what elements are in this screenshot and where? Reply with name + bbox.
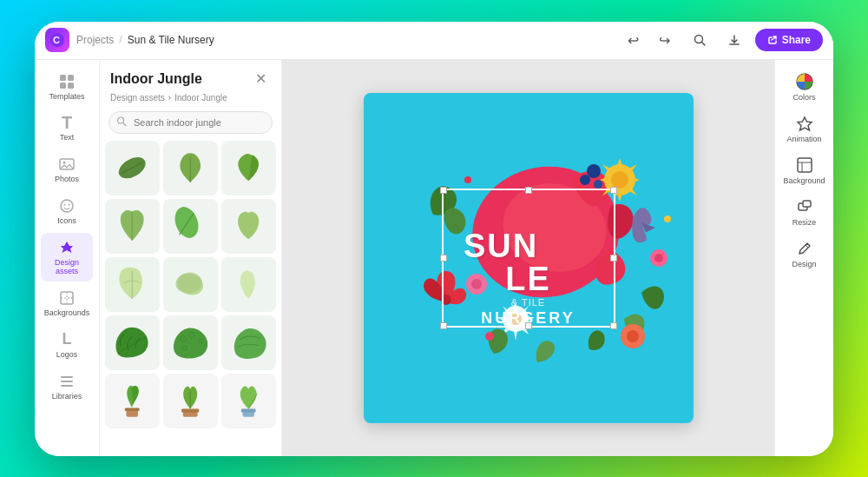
selection-handle-bm[interactable] — [525, 322, 532, 329]
svg-rect-7 — [68, 83, 74, 89]
resize-icon — [795, 197, 814, 216]
svg-point-56 — [464, 176, 471, 183]
design-assets-icon — [57, 238, 76, 257]
asset-item[interactable] — [163, 257, 218, 312]
redo-button[interactable]: ↪ — [651, 26, 679, 54]
share-button[interactable]: Share — [755, 29, 823, 51]
sidebar-item-text[interactable]: T Text — [41, 108, 93, 148]
templates-label: Templates — [49, 93, 84, 102]
asset-item[interactable] — [221, 141, 276, 195]
photos-label: Photos — [55, 176, 79, 184]
selection-handle-tr[interactable] — [610, 187, 617, 194]
sidebar-item-templates[interactable]: Templates — [41, 67, 93, 107]
panel-search-icon — [116, 116, 127, 129]
design-icon — [795, 239, 814, 258]
asset-item[interactable] — [163, 199, 218, 254]
panel-breadcrumb-current: Indoor Jungle — [174, 93, 227, 103]
panel-breadcrumb: Design assets › Indoor Jungle — [100, 93, 281, 108]
logos-icon: L — [57, 330, 76, 349]
svg-rect-5 — [68, 75, 74, 81]
sidebar-item-backgrounds[interactable]: Backgrounds — [41, 283, 93, 323]
svg-point-12 — [69, 204, 70, 206]
right-sidebar: Colors Animation Backg — [774, 60, 833, 456]
selection-handle-br[interactable] — [610, 322, 617, 329]
asset-item[interactable] — [105, 257, 160, 312]
svg-rect-34 — [125, 407, 140, 410]
svg-point-43 — [611, 171, 628, 189]
asset-item[interactable] — [163, 374, 218, 428]
svg-point-23 — [171, 204, 202, 242]
canvas-area: SUN LE & TILE NURSERY — [282, 60, 774, 456]
panel-close-button[interactable]: ✕ — [250, 69, 271, 89]
panel-search-input[interactable] — [108, 111, 273, 134]
svg-line-63 — [806, 245, 808, 248]
asset-item[interactable] — [105, 141, 160, 195]
text-icon: T — [57, 113, 76, 132]
panel-search — [108, 111, 273, 134]
asset-item[interactable] — [221, 257, 276, 312]
asset-item[interactable] — [105, 199, 160, 254]
svg-rect-36 — [181, 408, 199, 412]
templates-icon — [57, 72, 76, 91]
background-label: Background — [783, 176, 825, 185]
backgrounds-icon — [57, 288, 76, 308]
asset-item[interactable] — [221, 199, 276, 254]
svg-point-57 — [485, 332, 494, 341]
selection-box — [442, 189, 615, 328]
svg-point-51 — [587, 164, 601, 178]
svg-point-58 — [664, 215, 671, 222]
photos-icon — [57, 155, 76, 174]
svg-text:C: C — [53, 35, 60, 45]
svg-rect-13 — [61, 292, 73, 304]
search-button[interactable] — [686, 26, 713, 54]
asset-item[interactable] — [105, 374, 160, 428]
asset-item[interactable] — [163, 141, 218, 195]
text-label: Text — [60, 134, 75, 142]
svg-rect-39 — [241, 408, 256, 412]
selection-handle-tm[interactable] — [525, 187, 532, 194]
svg-rect-14 — [61, 376, 73, 378]
svg-point-11 — [64, 204, 66, 206]
libraries-icon — [57, 372, 76, 391]
svg-rect-15 — [61, 381, 73, 382]
icons-label: Icons — [57, 217, 76, 226]
sidebar-item-design-assets[interactable]: Design assets — [41, 233, 93, 282]
selection-handle-tl[interactable] — [440, 187, 447, 194]
selection-handle-lm[interactable] — [440, 255, 447, 262]
asset-item[interactable] — [163, 315, 218, 370]
svg-line-3 — [701, 43, 705, 46]
svg-rect-6 — [60, 83, 66, 89]
undo-button[interactable]: ↩ — [620, 26, 648, 54]
svg-point-52 — [580, 175, 590, 185]
right-sidebar-item-colors[interactable]: Colors — [779, 67, 830, 107]
sidebar-item-icons[interactable]: Icons — [41, 191, 93, 231]
selection-handle-bl[interactable] — [440, 322, 447, 329]
backgrounds-label: Backgrounds — [44, 309, 90, 318]
asset-item[interactable] — [105, 315, 160, 370]
libraries-label: Libraries — [52, 393, 82, 401]
panel-title: Indoor Jungle — [110, 71, 202, 87]
breadcrumb-projects[interactable]: Projects — [76, 34, 114, 46]
asset-item[interactable] — [221, 374, 276, 428]
download-button[interactable] — [720, 26, 748, 54]
selection-handle-rm[interactable] — [610, 255, 617, 262]
asset-grid — [100, 141, 281, 456]
svg-rect-60 — [798, 158, 812, 172]
right-sidebar-item-resize[interactable]: Resize — [779, 192, 830, 232]
right-sidebar-item-design[interactable]: Design — [779, 234, 830, 274]
icons-icon — [57, 196, 76, 215]
panel-breadcrumb-sep: › — [168, 93, 171, 103]
sidebar-item-photos[interactable]: Photos — [41, 149, 93, 189]
sidebar-item-libraries[interactable]: Libraries — [41, 367, 93, 407]
svg-rect-62 — [803, 201, 811, 207]
breadcrumb: Projects / Sun & Tile Nursery — [76, 34, 214, 46]
colors-icon — [795, 72, 814, 91]
asset-item[interactable] — [221, 315, 276, 370]
svg-point-53 — [594, 180, 602, 189]
right-sidebar-item-background[interactable]: Background — [779, 150, 830, 190]
right-sidebar-item-animation[interactable]: Animation — [779, 109, 830, 149]
assets-panel: Indoor Jungle ✕ Design assets › Indoor J… — [100, 60, 282, 456]
svg-point-9 — [63, 162, 66, 164]
left-sidebar: Templates T Text Photos — [35, 60, 100, 456]
sidebar-item-logos[interactable]: L Logos — [41, 325, 93, 365]
